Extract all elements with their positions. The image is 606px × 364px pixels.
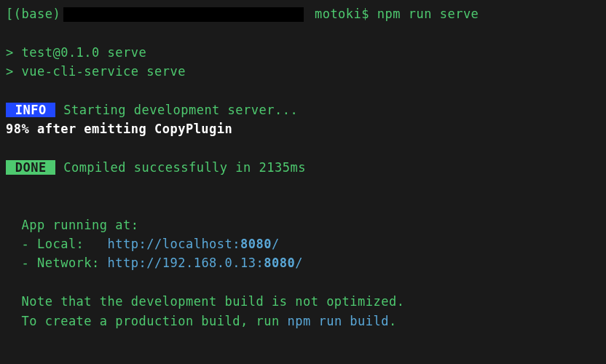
network-url-line: - Network: http://192.168.0.13:8080/ <box>6 253 600 272</box>
info-line: INFO Starting development server... <box>6 100 600 119</box>
local-url-line: - Local: http://localhost:8080/ <box>6 234 600 253</box>
prompt-line: [(base) motoki$ npm run serve <box>6 4 600 23</box>
npm-output-line-2: > vue-cli-service serve <box>6 62 600 81</box>
note2-prefix: To create a production build, run <box>6 314 287 328</box>
note2-command: npm run build <box>287 314 389 328</box>
info-text: Starting development server... <box>55 103 298 117</box>
note-line-2: To create a production build, run npm ru… <box>6 312 600 331</box>
prompt-user: motoki$ <box>307 7 377 21</box>
conda-env: (base) <box>14 7 60 21</box>
npm-output-line-1: > test@0.1.0 serve <box>6 43 600 62</box>
note-line-1: Note that the development build is not o… <box>6 292 600 311</box>
network-label: - Network: <box>6 256 108 270</box>
network-url-suffix[interactable]: / <box>295 256 303 270</box>
info-badge: INFO <box>6 103 55 117</box>
prompt-bracket: [ <box>6 7 14 21</box>
app-running-heading: App running at: <box>6 215 600 234</box>
network-url-host[interactable]: http://192.168.0.13: <box>108 256 264 270</box>
local-label: - Local: <box>6 237 108 251</box>
note2-suffix: . <box>389 314 397 328</box>
local-url-suffix[interactable]: / <box>272 237 280 251</box>
local-url-host[interactable]: http://localhost: <box>108 237 241 251</box>
local-url-port[interactable]: 8080 <box>240 237 272 251</box>
redacted-hostname <box>63 7 304 22</box>
progress-line: 98% after emitting CopyPlugin <box>6 119 600 138</box>
command-input[interactable]: npm run serve <box>377 7 479 21</box>
done-badge: DONE <box>6 160 55 175</box>
done-text: Compiled successfully in 2135ms <box>55 160 306 175</box>
network-url-port[interactable]: 8080 <box>264 256 295 270</box>
done-line: DONE Compiled successfully in 2135ms <box>6 158 600 177</box>
